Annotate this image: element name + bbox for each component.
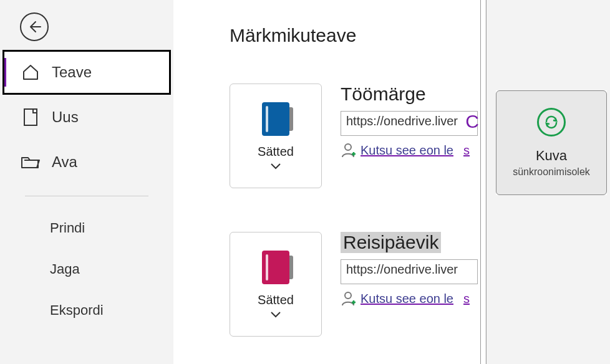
svg-point-1 [345,144,351,150]
person-add-icon [341,142,357,158]
notebook-details: Töömärge C https://onedrive.liver Kutsu … [341,84,485,158]
nav-label: Prindi [50,220,85,236]
notebook-icon [262,251,289,284]
notebook-row: Sätted Reisipäevik https://onedrive.live… [230,232,485,337]
settings-label: Sätted [258,145,294,159]
notebook-icon [262,102,289,136]
notebook-settings-button[interactable]: Sätted [230,84,322,188]
notebook-title: Töömärge [341,84,485,105]
notebook-url-field[interactable]: https://onedrive.liver [341,111,478,136]
notebook-row: Sätted Töömärge C https://onedrive.liver… [230,84,485,188]
backstage-sidebar: Teave Uus Ava Prindi Jaga Ekspordi [0,0,173,364]
invite-trailing[interactable]: s [463,292,470,306]
notebook-settings-button[interactable]: Sätted [230,232,322,337]
invite-link[interactable]: Kutsu see eon le [361,143,453,158]
nav-info[interactable]: Teave [2,50,171,95]
arrow-left-icon [27,19,42,34]
sync-icon [537,108,566,136]
invite-trailing[interactable]: s [463,143,470,158]
nav-open[interactable]: Ava [0,140,173,184]
invite-link[interactable]: Kutsu see eon le [361,292,453,306]
folder-open-icon [21,152,41,172]
nav-label: Ava [52,153,77,171]
settings-label: Sätted [258,293,294,307]
nav-label: Uus [52,108,79,126]
notebook-title: Reisipäevik [341,232,441,253]
nav-print[interactable]: Prindi [0,208,173,249]
svg-rect-0 [24,109,37,125]
nav-new[interactable]: Uus [0,95,173,140]
home-icon [21,62,41,82]
notebook-url-field[interactable]: https://onedrive.liver [341,259,478,284]
nav-share[interactable]: Jaga [0,249,173,290]
chevron-down-icon [270,311,281,318]
sidebar-divider [25,196,148,196]
vertical-separator [480,0,491,364]
chevron-down-icon [270,163,281,170]
sync-status-button[interactable]: Kuva sünkroonimisolek [496,90,607,195]
notebook-details: Reisipäevik https://onedrive.liver Kutsu… [341,232,485,307]
right-panel: Kuva sünkroonimisolek [496,90,607,195]
sync-subtitle: sünkroonimisolek [513,166,590,178]
invite-row: Kutsu see eon le s [341,142,485,158]
back-button[interactable] [20,12,49,41]
nav-export[interactable]: Ekspordi [0,290,173,331]
nav-label: Teave [52,64,92,81]
svg-point-2 [345,292,351,299]
nav-label: Jaga [50,261,80,277]
notebook-top-right-char: C [465,111,479,132]
invite-row: Kutsu see eon le s [341,290,485,307]
nav-label: Ekspordi [50,302,104,318]
page-icon [21,107,41,127]
page-title: Märkmikuteave [230,25,485,46]
person-add-icon [341,290,357,307]
sync-title: Kuva [536,148,567,164]
main-content: Märkmikuteave Sätted Töömärge C https://… [173,0,485,364]
